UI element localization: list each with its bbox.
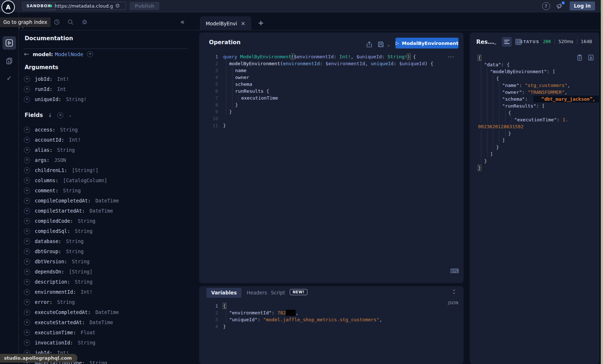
field-type-link[interactable]: String (89, 360, 107, 364)
tab-script[interactable]: Script (271, 290, 285, 296)
field-type-link[interactable]: JSON (54, 157, 66, 163)
save-options-chevron-icon[interactable]: ⌄ (387, 42, 390, 47)
field-type-link[interactable]: DateTime (95, 198, 119, 204)
save-operation-button[interactable] (377, 41, 384, 48)
endpoint-settings-gear-icon[interactable]: ⚙ (115, 3, 120, 9)
field-type-link[interactable]: Int! (69, 137, 81, 143)
settings-gear-icon[interactable]: ⚙ (82, 19, 88, 25)
add-field-icon[interactable]: + (24, 198, 30, 204)
announcements-icon[interactable] (556, 3, 564, 10)
apollo-logo[interactable]: A (1, 0, 15, 14)
field-type-link[interactable]: Int (57, 86, 66, 92)
add-field-icon[interactable]: + (24, 96, 30, 102)
field-type-link[interactable]: String (75, 279, 93, 285)
add-field-icon[interactable]: + (24, 330, 30, 336)
endpoint-url-field[interactable]: https://metadata.cloud.get ⚙ (47, 2, 126, 10)
add-field-icon[interactable]: + (24, 167, 30, 173)
add-field-icon[interactable]: + (24, 299, 30, 305)
line-number: 6 (201, 88, 223, 94)
response-dropdown-chevron-icon[interactable]: ⌄ (493, 40, 497, 46)
history-button[interactable] (54, 19, 60, 25)
add-field-icon[interactable]: + (24, 127, 30, 133)
add-field-icon[interactable]: + (24, 86, 30, 92)
field-type-link[interactable]: String (60, 127, 78, 133)
operation-editor[interactable]: 1query ModelByEnvironment($environmentId… (201, 53, 433, 129)
field-type-link[interactable]: String (66, 238, 84, 244)
share-operation-button[interactable] (366, 41, 373, 48)
add-field-icon[interactable]: + (24, 157, 30, 163)
add-field-icon[interactable]: + (24, 309, 30, 315)
add-all-fields-icon[interactable]: + (57, 112, 63, 118)
field-type-link[interactable]: Int! (81, 289, 93, 295)
field-type-link[interactable]: String (72, 259, 89, 264)
add-type-icon[interactable]: + (87, 51, 93, 57)
publish-button[interactable]: Publish (130, 2, 159, 10)
field-type-link[interactable]: String (66, 248, 84, 254)
tab-headers[interactable]: Headers (247, 290, 267, 296)
field-name: dependsOn: (35, 269, 64, 275)
doc-type-link[interactable]: ModelNode (55, 51, 83, 57)
run-operation-button[interactable]: ▷ ModelByEnvironment (395, 38, 458, 49)
code-line: 2"environmentId": 782, (201, 309, 382, 316)
add-field-icon[interactable]: + (24, 147, 30, 153)
add-field-icon[interactable]: + (24, 228, 30, 234)
field-type-link[interactable]: String (75, 228, 93, 234)
help-icon[interactable]: ? (542, 2, 550, 10)
code-line: 3name (201, 67, 433, 74)
code-token: { (264, 88, 269, 94)
field-type-link[interactable]: String (57, 299, 75, 305)
field-type-link[interactable]: DateTime (95, 309, 119, 315)
add-field-icon[interactable]: + (24, 218, 30, 224)
variables-editor[interactable]: 1{2"environmentId": 782,3"uniqueId": "mo… (201, 302, 382, 330)
field-type-link[interactable]: DateTime (89, 319, 113, 325)
collapse-variables-icon[interactable]: ⌄ ⌄ (452, 288, 456, 294)
field-type-link[interactable]: DateTime (89, 208, 113, 214)
field-type-link[interactable]: String (78, 218, 96, 224)
add-field-icon[interactable]: + (24, 208, 30, 214)
add-field-icon[interactable]: + (24, 319, 30, 326)
new-tab-button[interactable]: + (258, 18, 264, 27)
tab-variables[interactable]: Variables (206, 288, 242, 298)
add-field-icon[interactable]: + (24, 259, 30, 265)
sort-fields-icon[interactable]: ↓ (48, 112, 52, 118)
code-token: "environmentId" (229, 310, 272, 315)
field-type-link[interactable]: String! (66, 96, 87, 102)
field-type-link[interactable]: String (78, 340, 96, 346)
response-view-list-button[interactable] (502, 37, 512, 47)
add-field-icon[interactable]: + (24, 188, 30, 194)
operation-tab[interactable]: ModelByEnvi... × (200, 16, 251, 30)
rail-explorer-button[interactable] (3, 36, 16, 50)
add-field-icon[interactable]: + (24, 238, 30, 244)
close-tab-icon[interactable]: × (241, 20, 246, 27)
add-field-icon[interactable]: + (24, 248, 30, 255)
add-field-icon[interactable]: + (24, 177, 30, 184)
login-button[interactable]: Log in (570, 1, 595, 11)
field-type-link[interactable]: [String!] (72, 167, 98, 173)
endpoint-url-text[interactable]: https://metadata.cloud.get (55, 3, 113, 9)
code-token: uniqueId (371, 61, 394, 66)
add-field-icon[interactable]: + (24, 269, 30, 275)
add-field-icon[interactable]: + (24, 289, 30, 295)
doc-field-row: +invocationId:String (24, 338, 119, 348)
collapse-sidebar-icon[interactable]: « (180, 19, 185, 25)
operation-menu-icon[interactable]: ⋯ (448, 53, 455, 60)
field-type-link[interactable]: String (63, 188, 81, 193)
search-button[interactable] (67, 19, 74, 25)
fields-options-chevron-icon[interactable]: ⌄ (68, 113, 72, 118)
add-field-icon[interactable]: + (24, 76, 30, 82)
doc-field-row: +comment:String (24, 185, 119, 196)
field-type-link[interactable]: String (57, 147, 75, 153)
doc-field-row: +executeCompletedAt:DateTime (24, 307, 119, 317)
add-field-icon[interactable]: + (24, 279, 30, 285)
field-type-link[interactable]: Int! (57, 76, 69, 82)
code-line: "modelByEnvironment": [ (478, 68, 599, 75)
rail-schema-button[interactable] (5, 57, 13, 65)
back-arrow-icon[interactable]: ← (24, 50, 29, 58)
field-type-link[interactable]: [CatalogColumn] (63, 177, 107, 183)
field-type-link[interactable]: Float (81, 330, 96, 335)
field-type-link[interactable]: [String] (69, 269, 92, 275)
add-field-icon[interactable]: + (24, 137, 30, 143)
keyboard-shortcuts-icon[interactable]: ⌨ (450, 267, 459, 275)
add-field-icon[interactable]: + (24, 340, 30, 346)
rail-checks-button[interactable]: ✓ (5, 74, 13, 82)
